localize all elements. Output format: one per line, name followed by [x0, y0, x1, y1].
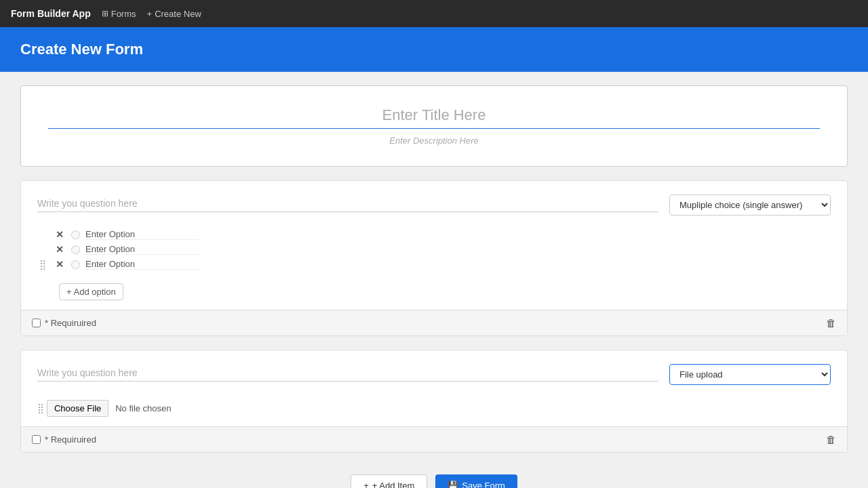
option-row-1: ⣿ ✕: [37, 229, 831, 240]
option-text-3[interactable]: [85, 259, 199, 270]
question1-options-list: ⣿ ✕ ⣿ ✕ ⣿ ✕: [37, 224, 831, 279]
delete-question1-button[interactable]: 🗑: [826, 317, 836, 329]
save-form-button[interactable]: 💾 Save Form: [435, 474, 517, 488]
question2-required-label[interactable]: * Requiruired: [32, 434, 96, 445]
drag-handle-file[interactable]: ⣿: [37, 403, 44, 413]
no-file-chosen-label: No file chosen: [115, 403, 171, 413]
option-radio-2[interactable]: [71, 245, 80, 254]
add-item-button[interactable]: + + Add Item: [351, 474, 427, 488]
delete-option-1-button[interactable]: ✕: [54, 229, 66, 240]
question1-required-checkbox[interactable]: [32, 319, 41, 327]
nav-create-new[interactable]: + Create New: [147, 9, 201, 19]
bottom-bar: + + Add Item 💾 Save Form: [20, 466, 848, 488]
form-title-input[interactable]: [48, 106, 820, 129]
question1-required-label[interactable]: * Requiruired: [32, 318, 96, 328]
option-text-2[interactable]: [85, 244, 199, 255]
plus-add-icon: +: [363, 481, 369, 488]
choose-file-button[interactable]: Choose File: [47, 400, 108, 417]
option-row-2: ⣿ ✕: [37, 244, 831, 255]
option-text-1[interactable]: [85, 229, 199, 240]
form-title-card: [20, 85, 848, 167]
question1-top-row: Mupliple choice (single answer) Multiple…: [37, 195, 831, 216]
app-title: Form Builder App: [11, 8, 91, 19]
question2-required-row: * Requiruired 🗑: [21, 426, 847, 452]
question2-type-select[interactable]: Mupliple choice (single answer) Multiple…: [669, 364, 831, 385]
plus-create-icon: +: [147, 9, 153, 19]
question2-text-input[interactable]: [37, 367, 658, 382]
form-description-input[interactable]: [48, 136, 820, 146]
question-card-2: Mupliple choice (single answer) Multiple…: [20, 350, 848, 453]
question-card-1: Mupliple choice (single answer) Multiple…: [20, 180, 848, 336]
main-content: Mupliple choice (single answer) Multiple…: [0, 72, 868, 488]
option-row-3: ⣿ ✕: [37, 259, 831, 270]
add-option-button[interactable]: + Add option: [59, 283, 123, 300]
navbar: Form Builder App ⊞ Forms + Create New: [0, 0, 868, 27]
file-upload-area: ⣿ Choose File No file chosen: [37, 393, 831, 426]
delete-option-3-button[interactable]: ✕: [54, 259, 66, 270]
drag-handle-3[interactable]: ⣿: [37, 259, 48, 270]
delete-option-2-button[interactable]: ✕: [54, 244, 66, 255]
grid-forms-icon: ⊞: [102, 9, 108, 18]
page-header: Create New Form: [0, 27, 868, 72]
page-title: Create New Form: [20, 41, 848, 58]
option-radio-3[interactable]: [71, 260, 80, 269]
question2-top-row: Mupliple choice (single answer) Multiple…: [37, 364, 831, 385]
question1-text-input[interactable]: [37, 198, 658, 212]
delete-question2-button[interactable]: 🗑: [826, 434, 836, 445]
option-radio-1[interactable]: [71, 230, 80, 239]
question1-required-row: * Requiruired 🗑: [21, 310, 847, 336]
question1-type-select[interactable]: Mupliple choice (single answer) Multiple…: [669, 195, 831, 216]
save-icon: 💾: [448, 481, 458, 488]
nav-forms[interactable]: ⊞ Forms: [102, 9, 136, 19]
question2-required-checkbox[interactable]: [32, 435, 41, 444]
